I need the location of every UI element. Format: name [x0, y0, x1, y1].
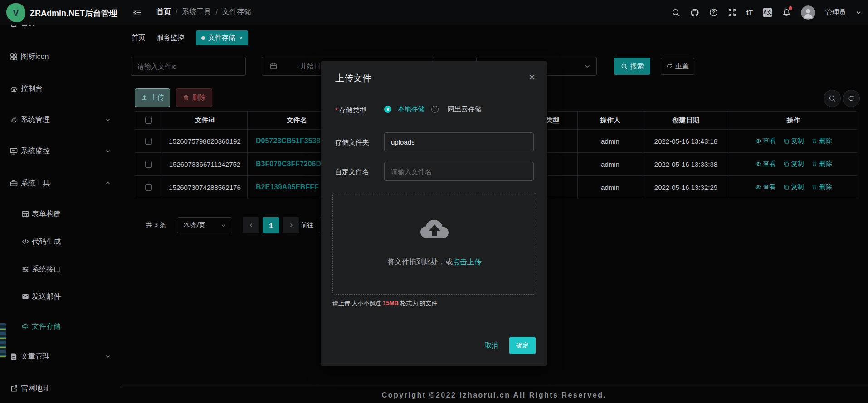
radio-local-label[interactable]: 本地存储	[398, 105, 425, 113]
delete-link[interactable]: 删除	[811, 183, 832, 191]
col-file-id: 文件id	[162, 112, 248, 130]
row-checkbox[interactable]	[145, 184, 152, 191]
header-actions: ? tT A文 管理员	[672, 0, 868, 25]
breadcrumb-separator: /	[176, 8, 177, 16]
search-icon	[621, 63, 628, 70]
copy-link[interactable]: 复制	[783, 183, 804, 191]
file-id-input[interactable]	[131, 57, 246, 76]
trash-icon	[811, 138, 818, 144]
avatar[interactable]	[801, 5, 815, 20]
sidebar-item-article-admin[interactable]: 文章管理	[0, 347, 120, 365]
delete-link[interactable]: 删除	[811, 137, 832, 145]
chevron-down-icon[interactable]	[856, 10, 862, 15]
sidebar-item-code-gen[interactable]: 代码生成	[0, 233, 120, 251]
copy-link[interactable]: 复制	[783, 160, 804, 168]
cell-operator: admin	[578, 176, 643, 199]
sidebar: 首页 图标icon 控制台 系统管理 系统监控 系统工具 表单构建 代码生成 系…	[0, 25, 120, 403]
filename-label: 自定文件名	[335, 168, 369, 176]
toolbox-icon	[10, 179, 18, 188]
page-size-select[interactable]: 20条/页	[177, 217, 232, 233]
user-name[interactable]: 管理员	[825, 8, 846, 17]
sidebar-item-file-storage[interactable]: 文件存储	[0, 317, 120, 335]
cell-operator: admin	[578, 153, 643, 176]
sidebar-item-system-tools[interactable]: 系统工具	[0, 174, 120, 192]
search-icon[interactable]	[672, 8, 680, 17]
refresh-icon	[666, 63, 673, 69]
current-page-button[interactable]: 1	[263, 217, 279, 233]
search-button[interactable]: 搜索	[614, 58, 650, 75]
sliders-icon	[21, 265, 29, 273]
close-icon[interactable]: ✕	[528, 72, 536, 83]
search-icon	[829, 95, 836, 102]
font-size-icon[interactable]: tT	[746, 9, 753, 16]
upload-dropzone[interactable]: 将文件拖到此处，或点击上传	[332, 193, 536, 295]
tab-label: 文件存储	[208, 34, 235, 42]
chevron-down-icon	[220, 223, 226, 228]
sidebar-item-system-admin[interactable]: 系统管理	[0, 111, 120, 129]
copy-link[interactable]: 复制	[783, 137, 804, 145]
select-all-checkbox[interactable]	[145, 117, 152, 124]
col-actions: 操作	[729, 112, 858, 130]
copyright: Copyright ©2022 izhaorui.cn All Rights R…	[120, 391, 868, 399]
bell-icon[interactable]	[782, 8, 791, 17]
help-icon[interactable]: ?	[709, 8, 718, 17]
upload-cloud-icon	[419, 218, 449, 239]
radio-aliyun-label[interactable]: 阿里云存储	[448, 105, 482, 113]
cell-operator: admin	[578, 130, 643, 153]
click-upload-link[interactable]: 点击上传	[453, 258, 482, 266]
tab-service-monitor[interactable]: 服务监控	[157, 34, 184, 42]
prev-page-button[interactable]	[243, 217, 259, 233]
size-limit: 15MB	[383, 300, 399, 306]
breadcrumb-home[interactable]: 首页	[156, 7, 171, 17]
sidebar-item-form-builder[interactable]: 表单构建	[0, 205, 120, 223]
sidebar-item-send-mail[interactable]: 发送邮件	[0, 287, 120, 306]
filename-input[interactable]	[384, 162, 534, 181]
tab-file-storage[interactable]: 文件存储 ×	[196, 30, 248, 45]
chevron-up-icon	[105, 180, 111, 186]
radio-local-storage[interactable]	[384, 106, 391, 113]
cancel-button[interactable]: 取消	[485, 341, 498, 350]
upload-button[interactable]: 上传	[135, 88, 170, 107]
view-link[interactable]: 查看	[755, 137, 776, 145]
storage-type-radio-group: 本地存储 阿里云存储	[384, 105, 482, 113]
view-link[interactable]: 查看	[755, 160, 776, 168]
row-checkbox[interactable]	[145, 161, 152, 168]
delete-button[interactable]: 删除	[176, 88, 212, 107]
table-search-button[interactable]	[824, 90, 841, 107]
search-label: 搜索	[630, 62, 644, 71]
sidebar-item-system-monitor[interactable]: 系统监控	[0, 142, 120, 160]
pagination-total: 共 3 条	[146, 221, 166, 229]
row-checkbox[interactable]	[145, 138, 152, 145]
radio-aliyun-storage[interactable]	[431, 106, 439, 113]
confirm-button[interactable]: 确定	[509, 337, 536, 354]
tab-close-icon[interactable]: ×	[239, 34, 243, 41]
delete-link[interactable]: 删除	[811, 160, 832, 168]
tab-home[interactable]: 首页	[132, 34, 145, 42]
refresh-icon	[848, 95, 855, 102]
svg-text:?: ?	[712, 10, 715, 15]
github-icon[interactable]	[690, 8, 699, 17]
copy-icon	[783, 138, 790, 144]
reset-label: 重置	[675, 62, 689, 71]
logo-letter: V	[13, 8, 19, 18]
sidebar-item-console[interactable]: 控制台	[0, 79, 120, 97]
next-page-button[interactable]	[283, 217, 299, 233]
cell-created: 2022-05-16 13:33:38	[643, 153, 729, 176]
breadcrumb-separator: /	[215, 8, 217, 16]
sidebar-collapse-icon[interactable]	[132, 8, 142, 17]
top-header: V ZRAdmin.NET后台管理 首页 / 系统工具 / 文件存储 ? tT …	[0, 0, 868, 25]
reset-button[interactable]: 重置	[661, 58, 694, 75]
folder-input[interactable]	[384, 132, 534, 151]
eye-icon	[755, 184, 761, 190]
sidebar-item-system-api[interactable]: 系统接口	[0, 260, 120, 278]
sidebar-item-official-site[interactable]: 官网地址	[0, 379, 120, 398]
breadcrumb-system-tools[interactable]: 系统工具	[182, 7, 211, 17]
eye-icon	[755, 138, 761, 144]
dashboard-icon	[10, 84, 18, 93]
translate-icon[interactable]: A文	[763, 8, 772, 17]
view-link[interactable]: 查看	[755, 183, 776, 191]
tag-view-bar: 首页 服务监控 文件存储 ×	[132, 30, 248, 45]
table-refresh-button[interactable]	[843, 90, 860, 107]
fullscreen-icon[interactable]	[728, 8, 736, 17]
sidebar-item-icons[interactable]: 图标icon	[0, 48, 120, 66]
